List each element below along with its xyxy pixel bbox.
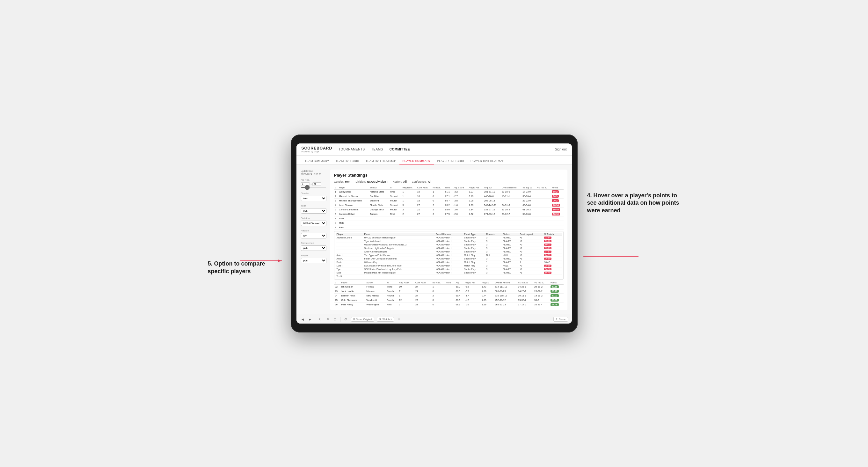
cell-overall: 616-168-12 (494, 293, 517, 298)
tab-team-h2h-grid[interactable]: TEAM H2H GRID (332, 157, 362, 165)
cell-points[interactable] (551, 216, 563, 221)
detail-cell-impact (519, 275, 543, 278)
table-row[interactable]: 7 Nichi (334, 216, 564, 221)
detail-cell-status: PLAYED (502, 271, 519, 275)
table-row[interactable]: 6 Jackson Kohon Auburn First 2 27 2 67.5… (334, 212, 564, 216)
copy-button[interactable]: ⧉ (326, 317, 330, 322)
sign-out-button[interactable]: Sign out (555, 148, 567, 151)
cell-points[interactable] (551, 225, 563, 230)
cell-points[interactable]: 60.49 (551, 208, 563, 212)
cell-asg (483, 221, 501, 225)
cell-no-rds: 0 (432, 194, 444, 198)
cell-points[interactable]: 68.34 (551, 203, 563, 208)
col-vs25: Vs Top 25 (522, 186, 536, 190)
forward-button[interactable]: ▶ (308, 317, 312, 322)
col-player: Player (338, 186, 369, 190)
tab-player-h2h-heatmap[interactable]: PLAYER H2H HEATMAP (467, 157, 507, 165)
region-select[interactable]: N/A All (301, 233, 327, 239)
cell-num: 5 (334, 208, 338, 212)
cell-school: Arizona State (369, 190, 389, 194)
cell-points[interactable]: 60.27 (550, 289, 564, 293)
toolbar-divider-1 (315, 317, 315, 322)
tablet-screen: SCOREBOARD Powered by clippi TOURNAMENTS… (297, 144, 572, 323)
cell-adj: 68.7 (455, 285, 464, 289)
cell-overall: 27-10-2 (501, 208, 522, 212)
cell-vs25: 61-20-3 (522, 208, 536, 212)
cell-points[interactable]: 58.18 (551, 212, 563, 216)
clock-button[interactable]: ⏱ (343, 317, 348, 322)
tab-player-h2h-grid[interactable]: PLAYER H2H GRID (434, 157, 467, 165)
cell-points[interactable]: 60.58 (550, 285, 564, 289)
gender-select[interactable]: Men Women (301, 196, 327, 201)
cell-points[interactable]: 58.49 (550, 303, 564, 307)
cell-num: 24 (334, 293, 340, 298)
col-avg-sg: Avg SG (483, 186, 501, 190)
export-button[interactable]: ⬡ (333, 317, 338, 322)
table-row[interactable]: 22 Ian Gilligan Florida Third 10 24 1 68… (334, 285, 564, 289)
conference-select[interactable]: (All) (301, 245, 327, 251)
cell-player: Cole Sherwood (340, 298, 365, 303)
cell-asg: 440-26-6 (483, 194, 501, 198)
refresh-button[interactable]: ↻ (318, 317, 323, 322)
cell-vs25: 14-26-1 (517, 285, 533, 289)
table-row[interactable]: 5 Christo Lamprecht Georgia Tech Fourth … (334, 208, 564, 212)
detail-cell-event (363, 275, 434, 278)
cell-points[interactable]: 88.2 (551, 190, 563, 194)
player-select[interactable]: (All) (301, 258, 327, 263)
col2-overall: Overall Record (494, 281, 517, 285)
detail-cell-wp: 24.11 (543, 253, 562, 257)
table-row[interactable]: 1 Wenyi Ding Arizona State First 1 15 1 … (334, 190, 564, 194)
view-original-button[interactable]: ⊞ View: Original (351, 317, 374, 322)
cell-vs50: 19-16-2 (533, 293, 550, 298)
filter-region: Region: All (393, 180, 407, 183)
cell-points[interactable]: 70.2 (551, 198, 563, 203)
cell-atp: -3.7 (464, 293, 481, 298)
watch-button[interactable]: 👁 Watch ▾ (377, 317, 394, 322)
tab-player-summary[interactable]: PLAYER SUMMARY (399, 157, 434, 165)
cell-points[interactable]: 60.02 (550, 293, 564, 298)
download-button[interactable]: ⬇ (397, 317, 402, 322)
col2-adj: Adj. (455, 281, 464, 285)
cell-points[interactable]: 59.95 (550, 298, 564, 303)
cell-school: Missouri (365, 289, 386, 293)
table-row[interactable]: 9 Prest (334, 225, 564, 230)
cell-no-rds (432, 225, 444, 230)
table-row[interactable]: 4 Luke Clanton Florida State Second 5 27… (334, 203, 564, 208)
cell-wins: 68.2 (444, 203, 453, 208)
detail-cell-player: Tenhi (336, 275, 363, 278)
share-button[interactable]: ⇧ Share (553, 317, 568, 322)
detail-table: Player Event Event Division Event Type R… (336, 233, 562, 278)
table-row[interactable]: 25 Cole Sherwood Vanderbilt Fourth 12 23… (334, 298, 564, 303)
division-select[interactable]: NCAA Division I NCAA Division II NCAA Di… (301, 221, 327, 226)
no-rds-slider[interactable] (301, 187, 327, 188)
back-button[interactable]: ◀ (300, 317, 305, 322)
right-annotation-text: 4. Hover over a player's points to see a… (587, 192, 679, 214)
table-row[interactable]: 8 Mats (334, 221, 564, 225)
cell-player: Wenyi Ding (338, 190, 369, 194)
nav-tournaments[interactable]: TOURNAMENTS (339, 147, 365, 152)
cell-overall: 562-62-23 (494, 303, 517, 307)
table-row[interactable]: 26 Pete Hruby Washington Fifth 7 23 0 68… (334, 303, 564, 307)
cell-vs50 (536, 198, 551, 203)
table-row[interactable]: 3 Michael Thorbjornsen Stanford Fourth 1… (334, 198, 564, 203)
detail-cell-div: NCAA Division I (435, 260, 463, 264)
cell-overall: 509-66-23 (494, 289, 517, 293)
nav-teams[interactable]: TEAMS (371, 147, 383, 152)
region-label: Region (301, 229, 327, 232)
table-row[interactable]: 23 Jack Lundin Missouri Fourth 11 24 0 8… (334, 289, 564, 293)
cell-points[interactable] (551, 221, 563, 225)
year-select[interactable]: (All) 2024 2023 (301, 208, 327, 214)
watch-chevron-icon: ▾ (391, 318, 392, 321)
cell-no-rds: 2 (432, 208, 444, 212)
detail-cell-rounds (485, 275, 502, 278)
detail-cell-type: Match Play (463, 260, 485, 264)
tab-team-summary[interactable]: TEAM SUMMARY (302, 157, 333, 165)
cell-vs25: 22-22-0 (522, 198, 536, 203)
table-row[interactable]: 24 Bastien Amat New Mexico Fourth 1 27 2… (334, 293, 564, 298)
cell-points[interactable]: 76.3 (551, 194, 563, 198)
tab-team-h2h-heatmap[interactable]: TEAM H2H HEATMAP (363, 157, 399, 165)
table-row[interactable]: 2 Michael La Sasso Ole Miss Second 1 18 … (334, 194, 564, 198)
nav-committee[interactable]: COMMITTEE (390, 147, 410, 152)
detail-cell-type: Stroke Play (463, 257, 485, 260)
cell-adj: -3.2 (453, 190, 468, 194)
